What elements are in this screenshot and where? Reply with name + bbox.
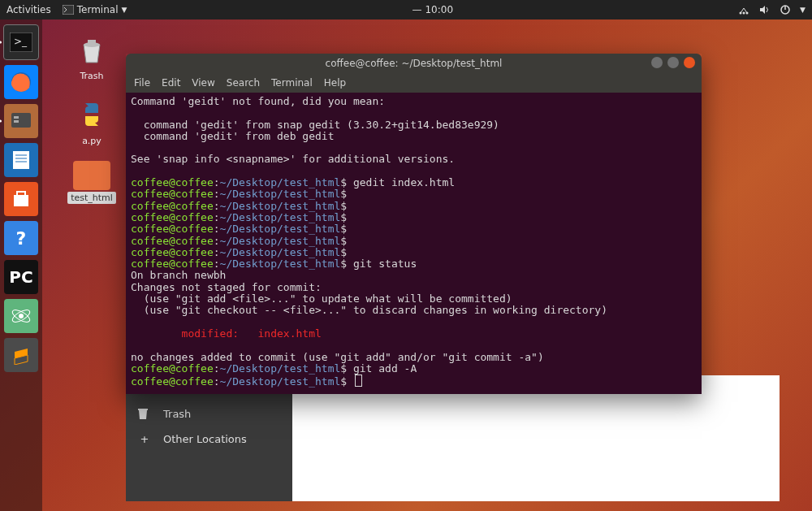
term-line: coffee@coffee:~/Desktop/test_html$ bbox=[131, 188, 697, 200]
term-line: coffee@coffee:~/Desktop/test_html$ bbox=[131, 375, 697, 388]
dock-writer[interactable] bbox=[4, 143, 38, 177]
term-line: (use "git add <file>..." to update what … bbox=[131, 293, 697, 305]
term-line: no changes added to commit (use "git add… bbox=[131, 352, 697, 363]
dock-files[interactable] bbox=[4, 104, 38, 138]
terminal-window[interactable]: coffee@coffee: ~/Desktop/test_html File … bbox=[126, 54, 702, 394]
term-line: (use "git checkout -- <file>..." to disc… bbox=[131, 305, 697, 316]
term-line: Changes not staged for commit: bbox=[131, 282, 697, 293]
dock-sublime[interactable] bbox=[4, 338, 38, 372]
app-indicator-label: Terminal bbox=[77, 4, 119, 15]
top-panel: Activities Terminal ▼ — 10:00 ▼ bbox=[0, 0, 812, 19]
activities-button[interactable]: Activities bbox=[6, 4, 51, 15]
dock-firefox[interactable] bbox=[4, 65, 38, 99]
menu-terminal[interactable]: Terminal bbox=[271, 77, 313, 89]
terminal-body[interactable]: Command 'geidt' not found, did you mean:… bbox=[126, 93, 702, 394]
terminal-titlebar[interactable]: coffee@coffee: ~/Desktop/test_html bbox=[126, 54, 702, 73]
term-line: coffee@coffee:~/Desktop/test_html$ bbox=[131, 236, 697, 247]
plus-icon: + bbox=[137, 433, 152, 445]
svg-rect-27 bbox=[138, 409, 148, 410]
dock-pycharm[interactable]: PC bbox=[4, 260, 38, 294]
terminal-menubar: File Edit View Search Terminal Help bbox=[126, 73, 702, 93]
term-line: Command 'geidt' not found, did you mean: bbox=[131, 96, 697, 107]
dock-atom[interactable] bbox=[4, 299, 38, 333]
term-line bbox=[131, 340, 697, 351]
term-line: On branch newbh bbox=[131, 270, 697, 281]
svg-rect-0 bbox=[63, 5, 74, 15]
dock-help[interactable]: ? bbox=[4, 221, 38, 255]
svg-text:>_: >_ bbox=[14, 36, 28, 47]
svg-rect-24 bbox=[88, 40, 96, 43]
desktop-apy[interactable]: a.py bbox=[63, 96, 120, 147]
desktop-apy-label: a.py bbox=[79, 135, 105, 147]
term-line bbox=[131, 166, 697, 177]
sidebar-item-trash[interactable]: Trash bbox=[126, 401, 292, 427]
maximize-button[interactable] bbox=[667, 57, 679, 68]
sidebar-item-label: Other Locations bbox=[163, 433, 247, 445]
term-line: command 'gedit' from snap gedit (3.30.2+… bbox=[131, 119, 697, 131]
chevron-down-icon: ▼ bbox=[121, 6, 127, 14]
term-line: coffee@coffee:~/Desktop/test_html$ bbox=[131, 247, 697, 258]
menu-search[interactable]: Search bbox=[227, 77, 260, 89]
chevron-down-icon: ▼ bbox=[800, 6, 806, 14]
term-line bbox=[131, 317, 697, 328]
dock-software[interactable] bbox=[4, 182, 38, 216]
term-line bbox=[131, 107, 697, 119]
python-icon bbox=[73, 96, 110, 133]
svg-point-20 bbox=[19, 314, 24, 318]
clock[interactable]: — 10:00 bbox=[412, 4, 453, 15]
menu-help[interactable]: Help bbox=[324, 77, 346, 89]
sidebar-item-label: Trash bbox=[163, 408, 191, 420]
svg-rect-15 bbox=[13, 151, 29, 169]
menu-view[interactable]: View bbox=[192, 77, 214, 89]
dock: >_ ? PC bbox=[0, 19, 42, 511]
cursor bbox=[355, 375, 362, 387]
term-line: coffee@coffee:~/Desktop/test_html$ bbox=[131, 223, 697, 235]
desktop-folder-label: test_html bbox=[67, 192, 116, 204]
network-icon[interactable] bbox=[738, 5, 749, 15]
term-line: coffee@coffee:~/Desktop/test_html$ git a… bbox=[131, 363, 697, 375]
term-line: coffee@coffee:~/Desktop/test_html$ bbox=[131, 212, 697, 223]
term-line: coffee@coffee:~/Desktop/test_html$ bbox=[131, 201, 697, 212]
svg-rect-14 bbox=[14, 120, 19, 123]
desktop-folder[interactable]: test_html bbox=[63, 161, 120, 204]
term-line: coffee@coffee:~/Desktop/test_html$ gedit… bbox=[131, 177, 697, 188]
term-line: See 'snap info <snapname>' for additiona… bbox=[131, 154, 697, 165]
clock-label: 10:00 bbox=[425, 4, 453, 15]
dock-terminal[interactable]: >_ bbox=[3, 24, 39, 60]
svg-point-2 bbox=[743, 12, 745, 15]
svg-rect-13 bbox=[14, 116, 19, 119]
term-line: modified: index.html bbox=[131, 328, 697, 340]
minimize-button[interactable] bbox=[651, 57, 663, 68]
terminal-icon bbox=[63, 5, 74, 15]
trash-icon bbox=[73, 31, 110, 68]
terminal-title-text: coffee@coffee: ~/Desktop/test_html bbox=[326, 58, 503, 69]
app-indicator[interactable]: Terminal ▼ bbox=[63, 4, 127, 15]
desktop-trash-label: Trash bbox=[76, 70, 106, 82]
activities-label: Activities bbox=[6, 4, 51, 15]
desktop-trash[interactable]: Trash bbox=[63, 31, 120, 82]
trash-icon bbox=[137, 407, 152, 420]
svg-marker-6 bbox=[760, 6, 765, 14]
folder-icon bbox=[73, 161, 110, 190]
sidebar-item-other[interactable]: + Other Locations bbox=[126, 427, 292, 452]
term-line bbox=[131, 142, 697, 154]
menu-edit[interactable]: Edit bbox=[162, 77, 180, 89]
close-button[interactable] bbox=[684, 57, 695, 68]
power-icon[interactable] bbox=[780, 5, 790, 15]
term-line: command 'gedit' from deb gedit bbox=[131, 131, 697, 142]
menu-file[interactable]: File bbox=[134, 77, 150, 89]
term-line: coffee@coffee:~/Desktop/test_html$ git s… bbox=[131, 258, 697, 270]
volume-icon[interactable] bbox=[759, 5, 771, 15]
svg-rect-19 bbox=[14, 195, 28, 206]
